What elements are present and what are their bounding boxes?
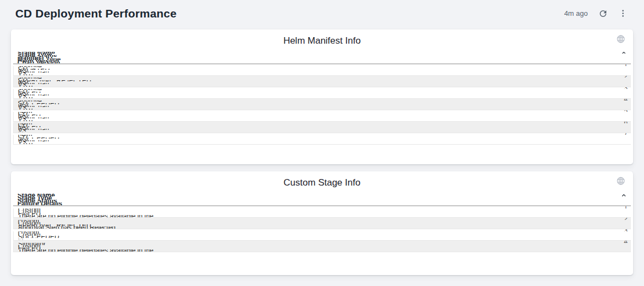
panel-title: Custom Stage Info [284, 177, 361, 188]
table-row: 3customCustomSUCCEEDED∅ [13, 229, 631, 241]
table-row: 3approveCDFAILEDtestHelmChartV31.0.0 [13, 87, 631, 99]
table-header-row: Stage NameStage TypeStage StatusManifest… [13, 52, 631, 64]
refresh-icon [598, 9, 608, 19]
header-cell-chart-version[interactable]: Chart Version [13, 62, 631, 63]
cell-chart-version: 1.0.0 [13, 143, 631, 145]
table-header-row: Stage NameStage TypeStage StatusFailure … [13, 194, 631, 206]
cell-failure-details: There are no eligible delegates availabl… [13, 249, 631, 252]
cell-chart-version: 1.0.0 [13, 109, 631, 110]
cell-chart-version: 1.0.0 [13, 86, 631, 87]
header-label: Failure Details [17, 202, 62, 205]
null-value: ∅ [18, 132, 23, 133]
table-row: 2approveCDAPPROVAL_REJECTEDtestHelmChart… [13, 76, 631, 87]
table-row: 6helmCDFAILEDtestHelmChartV3∅ [13, 122, 631, 133]
table-row: 5helmCDFAILEDtestHelmChartV31.0.0 [13, 110, 631, 122]
panel-helm-manifest-info: Helm Manifest Info Stage NameStage TypeS… [11, 29, 633, 164]
panel-head: Custom Stage Info [11, 171, 633, 194]
table-row: 7helmCDSUCCEEDEDtestHelmChartV31.0.0 [13, 133, 631, 145]
panel-title: Helm Manifest Info [283, 35, 361, 46]
panel-head: Helm Manifest Info [11, 29, 633, 52]
refresh-button[interactable] [598, 9, 608, 19]
table-row: 2customCustomAPPROVAL_REJECTEDApproval S… [13, 218, 631, 229]
header-cell-failure-details[interactable]: Failure Details [13, 202, 631, 205]
table-row: 4approveCDSUCCEEDEDtestHelmChartV31.0.0 [13, 99, 631, 110]
cell-failure-details: Approval Step has been Rejected [13, 227, 631, 229]
header-actions: 4m ago [564, 9, 628, 19]
dashboard-menu-button[interactable] [618, 9, 628, 18]
last-refresh-label: 4m ago [564, 9, 588, 17]
dashboard-header: CD Deployment Performance 4m ago [0, 0, 644, 26]
custom-stage-table: Stage NameStage TypeStage StatusFailure … [13, 194, 631, 252]
cell-chart-version: ∅ [13, 132, 631, 133]
helm-manifest-table: Stage NameStage TypeStage StatusManifest… [13, 52, 631, 145]
cell-chart-version: 1.0.0 [13, 74, 631, 76]
cell-failure-details: There are no eligible delegates availabl… [13, 215, 631, 217]
cell-chart-version: 1.0.0 [13, 120, 631, 122]
kebab-menu-icon [618, 9, 628, 18]
cell-chart-version: 1.0.0 [13, 97, 631, 99]
table-row: 4SimulatorCustomFAILEDThere are no eligi… [13, 241, 631, 252]
table-row: 1CustomCustomFAILEDThere are no eligible… [13, 206, 631, 218]
header-label: Chart Version [17, 62, 60, 63]
globe-icon[interactable] [616, 176, 625, 186]
globe-icon[interactable] [616, 34, 625, 44]
table-row: 1approveCDABORTEDtestHelmChartV31.0.0 [13, 64, 631, 76]
panel-custom-stage-info: Custom Stage Info Stage NameStage TypeSt… [11, 171, 633, 275]
null-value: ∅ [18, 238, 23, 240]
page-title: CD Deployment Performance [15, 7, 177, 20]
cell-failure-details: ∅ [13, 238, 631, 240]
